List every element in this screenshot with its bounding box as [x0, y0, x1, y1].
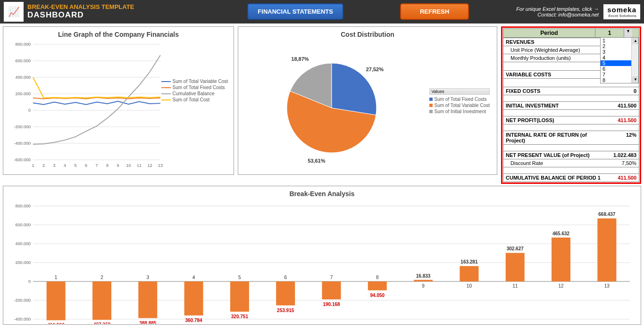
svg-text:400.000: 400.000 — [15, 75, 31, 80]
legend-item: Sum of Total Fixed Costs — [429, 97, 490, 102]
svg-text:27,52%: 27,52% — [366, 66, 384, 72]
svg-text:600.000: 600.000 — [15, 58, 31, 63]
svg-text:600.000: 600.000 — [15, 223, 31, 227]
dashboard-main: Line Graph of the Company Financials 800… — [0, 24, 644, 328]
svg-text:4: 4 — [64, 163, 66, 168]
break-even-chart-panel: Break-Even Analysis 800.000600.000400.00… — [3, 186, 641, 325]
irr-label: INTERNAL RATE OF RETURN (of Project) — [503, 131, 603, 144]
monthly-prod-label: Monthly Production (units) — [503, 54, 603, 62]
page-title: DASHBOARD — [27, 10, 134, 20]
svg-text:1: 1 — [55, 275, 58, 280]
disc-rate-label: Discount Rate — [503, 159, 603, 167]
svg-text:800.000: 800.000 — [15, 204, 31, 208]
scroll-up-icon[interactable]: ▲ — [632, 38, 638, 44]
svg-text:-600.000: -600.000 — [14, 157, 31, 162]
svg-text:360.784: 360.784 — [185, 318, 202, 323]
period-dropdown-button[interactable]: ▼ — [624, 29, 632, 37]
svg-text:200.000: 200.000 — [15, 260, 31, 265]
legend-item: Sum of Total Cost — [161, 97, 228, 102]
svg-text:5: 5 — [238, 275, 241, 280]
top-row: Line Graph of the Company Financials 800… — [3, 26, 641, 184]
svg-text:253.915: 253.915 — [277, 308, 294, 313]
svg-text:3: 3 — [53, 163, 55, 168]
svg-text:7: 7 — [95, 163, 98, 168]
svg-text:0: 0 — [28, 108, 31, 113]
header-cta-text: For unique Excel templates, click → Cont… — [516, 6, 599, 17]
svg-text:13: 13 — [604, 283, 610, 289]
period-data-panel: Period 1 ▼ 12345678 ▲ ▼ REVENUES Unit Pr… — [501, 26, 641, 184]
header-right: For unique Excel templates, click → Cont… — [516, 4, 640, 19]
svg-text:4: 4 — [192, 275, 195, 280]
fixed-costs-label: FIXED COSTS — [503, 87, 603, 95]
financial-statements-button[interactable]: FINANCIAL STATEMENTS — [247, 3, 343, 20]
app-header: 📈 BREAK-EVEN ANALYSIS TEMPLATE DASHBOARD… — [0, 0, 644, 24]
svg-text:11: 11 — [512, 283, 518, 289]
svg-text:800.000: 800.000 — [15, 42, 31, 47]
svg-text:320.751: 320.751 — [231, 314, 249, 319]
svg-text:0: 0 — [28, 279, 31, 284]
svg-text:1: 1 — [32, 163, 34, 168]
brand-logo[interactable]: someka Excel Solutions — [603, 4, 640, 19]
svg-text:10: 10 — [467, 283, 472, 289]
legend-item: Sum of Total Fixed Costs — [161, 85, 228, 90]
revenues-label: REVENUES — [503, 38, 603, 46]
svg-text:9: 9 — [422, 283, 425, 289]
break-even-title: Break-Even Analysis — [7, 190, 637, 198]
svg-text:190.168: 190.168 — [323, 302, 340, 307]
svg-text:400.000: 400.000 — [15, 241, 31, 246]
scroll-down-icon[interactable]: ▼ — [632, 76, 638, 83]
svg-text:3: 3 — [146, 275, 149, 280]
app-logo-icon: 📈 — [4, 2, 24, 22]
svg-rect-47 — [47, 281, 66, 320]
svg-rect-62 — [276, 281, 295, 305]
svg-rect-53 — [138, 281, 157, 318]
template-title: BREAK-EVEN ANALYSIS TEMPLATE — [27, 3, 134, 10]
dropdown-scrollbar[interactable]: ▲ ▼ — [631, 38, 638, 83]
svg-text:-200.000: -200.000 — [14, 298, 31, 303]
svg-rect-80 — [552, 238, 570, 281]
pie-legend: Values Sum of Total Fixed Costs Sum of T… — [429, 88, 490, 115]
svg-text:407.368: 407.368 — [93, 322, 111, 324]
pie-chart-panel: Cost Distribution 18,87%27,52%53,61% Val… — [238, 26, 497, 175]
svg-text:7: 7 — [330, 275, 333, 280]
svg-rect-59 — [230, 281, 249, 312]
svg-text:668.437: 668.437 — [598, 212, 616, 217]
svg-text:12: 12 — [558, 283, 564, 289]
npv-label: NET PRESENT VALUE (of Project) — [503, 151, 603, 159]
legend-item: Sum of Total Variable Cost — [429, 103, 490, 108]
svg-text:200.000: 200.000 — [15, 91, 31, 96]
svg-rect-77 — [506, 253, 525, 281]
refresh-button[interactable]: REFRESH — [400, 3, 469, 20]
period-dropdown-list[interactable]: 12345678 ▲ ▼ — [600, 37, 639, 83]
contact-line: Contact: info@someka.net — [516, 12, 599, 17]
cta-line[interactable]: For unique Excel templates, click → — [516, 6, 599, 12]
svg-rect-56 — [184, 281, 203, 315]
svg-text:5: 5 — [74, 163, 76, 168]
cum-bal-label: CUMULATIVE BALANCE OF PERIOD 1 — [503, 174, 603, 182]
svg-text:94.050: 94.050 — [370, 293, 385, 298]
svg-text:16.833: 16.833 — [416, 273, 431, 279]
net-profit-label: NET PROFIT(LOSS) — [503, 116, 603, 124]
svg-text:388.885: 388.885 — [139, 321, 157, 324]
svg-text:163.281: 163.281 — [460, 259, 478, 264]
svg-rect-68 — [368, 281, 387, 290]
line-chart-svg: 800.000600.000400.000200.0000-200.000-40… — [7, 42, 163, 172]
line-chart-panel: Line Graph of the Company Financials 800… — [3, 26, 234, 175]
svg-text:2: 2 — [42, 163, 45, 168]
line-chart-title: Line Graph of the Company Financials — [7, 31, 230, 38]
svg-text:8: 8 — [106, 163, 109, 168]
period-label: Period — [503, 29, 595, 37]
init-inv-label: INITIAL INVESTMENT — [503, 102, 603, 109]
period-selector: Period 1 ▼ — [503, 28, 639, 38]
svg-text:12: 12 — [147, 163, 152, 168]
pie-chart-title: Cost Distribution — [242, 31, 493, 38]
legend-item: Sum of Initial Investment — [429, 109, 490, 114]
svg-text:302.627: 302.627 — [507, 246, 524, 251]
period-value: 1 — [595, 29, 624, 37]
svg-text:53,61%: 53,61% — [308, 158, 326, 164]
svg-text:9: 9 — [117, 163, 119, 168]
line-legend: Sum of Total Variable Cost Sum of Total … — [161, 79, 228, 103]
svg-rect-50 — [92, 281, 111, 320]
svg-text:6: 6 — [85, 163, 87, 168]
svg-text:465.632: 465.632 — [552, 231, 570, 236]
